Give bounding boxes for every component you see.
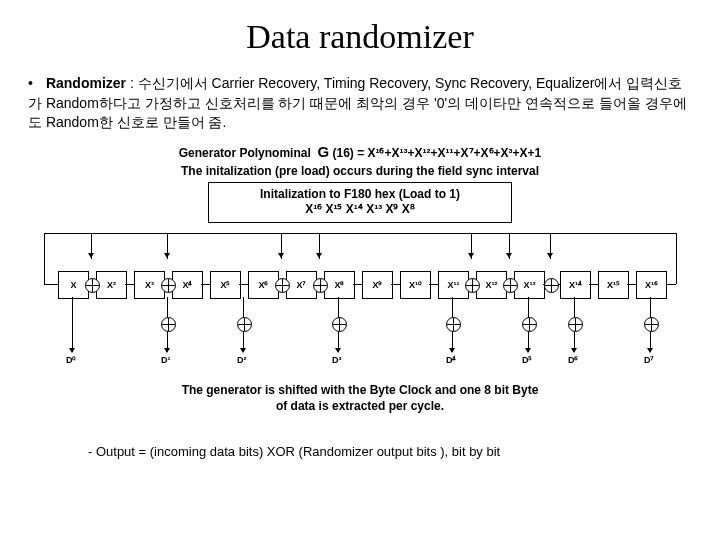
dtap [72, 297, 73, 352]
bottom-l2: of data is extracted per cycle. [28, 399, 692, 415]
arrow-icon [468, 253, 474, 258]
xor-icon [161, 278, 176, 293]
xor-icon [313, 278, 328, 293]
hl [125, 284, 134, 285]
d-label: D² [237, 355, 247, 365]
arrow-icon [240, 348, 246, 353]
xor-icon [275, 278, 290, 293]
feedback-rise-right [676, 233, 677, 284]
reg-x16: X¹⁶ [636, 271, 667, 299]
bottom-l1: The generator is shifted with the Byte C… [28, 383, 692, 399]
bullet-text: : 수신기에서 Carrier Recovery, Timing Recover… [28, 75, 687, 130]
reg-x4: X⁴ [172, 271, 203, 299]
d-label: D⁵ [522, 355, 533, 365]
reg-x2: X² [96, 271, 127, 299]
xor-icon [544, 278, 559, 293]
reg-x9: X⁹ [362, 271, 393, 299]
poly-label: Generator Polynominal [179, 146, 311, 160]
arrow-icon [316, 253, 322, 258]
d-label: D⁷ [644, 355, 655, 365]
d-label: D⁶ [568, 355, 579, 365]
hl [201, 284, 210, 285]
xor-icon [237, 317, 252, 332]
reg-x15: X¹⁵ [598, 271, 629, 299]
init-box: Initalization to F180 hex (Load to 1) X¹… [208, 182, 512, 223]
arrow-icon [449, 348, 455, 353]
d-label: D³ [332, 355, 342, 365]
arrow-icon [88, 253, 94, 258]
poly-sub: (16) [332, 146, 353, 160]
arrow-icon [164, 348, 170, 353]
hl [589, 284, 598, 285]
bullet-lead: Randomizer [46, 75, 126, 91]
d-label: D⁰ [66, 355, 77, 365]
arrow-icon [69, 348, 75, 353]
hl [627, 284, 636, 285]
feedback-drop-left [44, 233, 45, 284]
slide: Data randomizer • Randomizer : 수신기에서 Car… [0, 0, 720, 540]
hl [353, 284, 362, 285]
xor-icon [332, 317, 347, 332]
arrow-icon [278, 253, 284, 258]
arrow-icon [164, 253, 170, 258]
arrow-icon [547, 253, 553, 258]
arrow-icon [525, 348, 531, 353]
xor-icon [161, 317, 176, 332]
arrow-icon [571, 348, 577, 353]
init-line1: Initalization to F180 hex (Load to 1) [215, 187, 505, 203]
arrow-icon [335, 348, 341, 353]
polynomial-row: Generator Polynominal G (16) = X¹⁶+X¹³+X… [28, 143, 692, 160]
bullet-item: • Randomizer : 수신기에서 Carrier Recovery, T… [28, 74, 692, 133]
init-line2: X¹⁶ X¹⁵ X¹⁴ X¹³ X⁹ X⁸ [215, 202, 505, 218]
lfsr-diagram: X X² X³ X⁴ X⁵ X⁶ X⁷ X⁸ X⁹ X¹⁰ X¹¹ X¹² X¹… [28, 233, 692, 373]
xor-icon [568, 317, 583, 332]
xor-icon [85, 278, 100, 293]
hl [429, 284, 438, 285]
xor-icon [446, 317, 461, 332]
output-line: - Output = (incoming data bits) XOR (Ran… [88, 444, 692, 459]
reg-x13: X¹³ [514, 271, 545, 299]
reg-x5: X⁵ [210, 271, 241, 299]
page-title: Data randomizer [28, 18, 692, 56]
reg-x14: X¹⁴ [560, 271, 591, 299]
d-label: D¹ [161, 355, 171, 365]
poly-g: G [317, 143, 329, 160]
hl [239, 284, 248, 285]
poly-expr: = X¹⁶+X¹³+X¹²+X¹¹+X⁷+X⁶+X³+X+1 [354, 146, 541, 160]
preload-text: The initalization (pre load) occurs duri… [28, 164, 692, 178]
arrow-icon [647, 348, 653, 353]
xor-icon [644, 317, 659, 332]
xor-icon [503, 278, 518, 293]
bullet-dot: • [28, 74, 42, 94]
hl [44, 284, 58, 285]
reg-x10: X¹⁰ [400, 271, 431, 299]
xor-icon [465, 278, 480, 293]
reg-x8: X⁸ [324, 271, 355, 299]
bottom-text: The generator is shifted with the Byte C… [28, 383, 692, 414]
hl [391, 284, 400, 285]
arrow-icon [506, 253, 512, 258]
xor-icon [522, 317, 537, 332]
d-label: D⁴ [446, 355, 457, 365]
feedback-line [44, 233, 676, 234]
